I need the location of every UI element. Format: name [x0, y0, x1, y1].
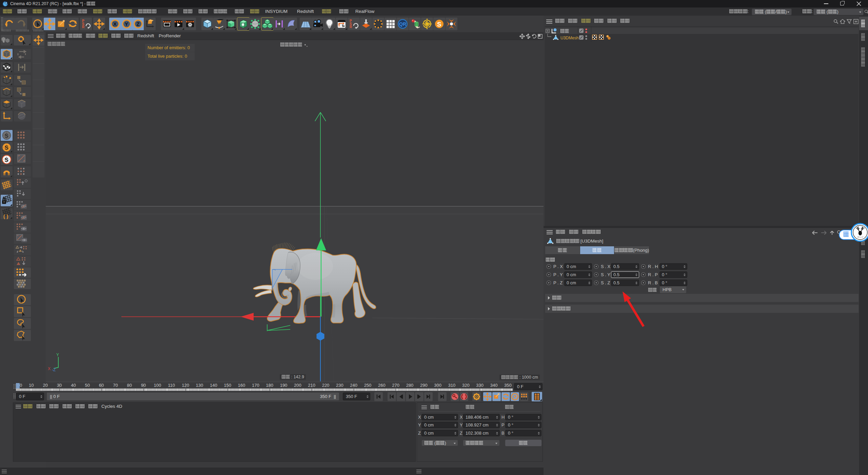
svg-text:S: S: [5, 145, 8, 151]
svg-text:Z: Z: [137, 21, 140, 27]
svg-text:-Z: -Z: [52, 367, 56, 372]
svg-text:X: X: [113, 21, 117, 27]
svg-text:P: P: [514, 394, 517, 399]
svg-text:R: R: [350, 25, 352, 29]
svg-text:S: S: [5, 157, 8, 163]
svg-text:Y: Y: [56, 353, 59, 357]
svg-text:( ): ( ): [3, 213, 8, 219]
svg-text:S: S: [5, 133, 8, 139]
svg-text:R: R: [82, 25, 85, 29]
svg-text:QR: QR: [399, 21, 406, 27]
svg-text:X: X: [48, 366, 51, 371]
svg-text:S: S: [437, 21, 441, 28]
svg-text:Y: Y: [125, 21, 128, 27]
